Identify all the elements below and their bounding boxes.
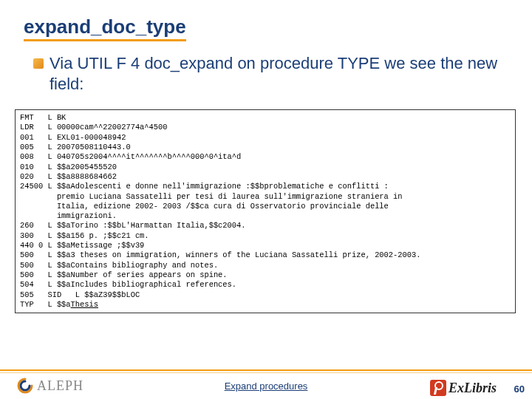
slide: expand_doc_type Via UTIL F 4 doc_expand … [0, 0, 532, 399]
slide-title: expand_doc_type [24, 16, 186, 41]
code-last-underlined: Thesis [71, 300, 98, 309]
exlibris-text: ExLibris [449, 381, 497, 396]
code-box: FMT L BK LDR L 00000cam^^22002774a^4500 … [15, 109, 516, 313]
exlibris-icon [430, 380, 446, 396]
code-last-prefix: TYP L $$a [20, 300, 71, 309]
bullet-row: Via UTIL F 4 doc_expand on procedure TYP… [33, 53, 510, 94]
exlibris-logo: ExLibris [430, 380, 497, 396]
code-content: FMT L BK LDR L 00000cam^^22002774a^4500 … [20, 113, 511, 310]
bullet-icon [33, 58, 44, 69]
footer: ALEPH Expand procedures ExLibris 60 [0, 369, 532, 399]
code-lines: FMT L BK LDR L 00000cam^^22002774a^4500 … [20, 113, 420, 299]
bullet-text: Via UTIL F 4 doc_expand on procedure TYP… [50, 53, 510, 94]
page-number: 60 [514, 383, 525, 395]
